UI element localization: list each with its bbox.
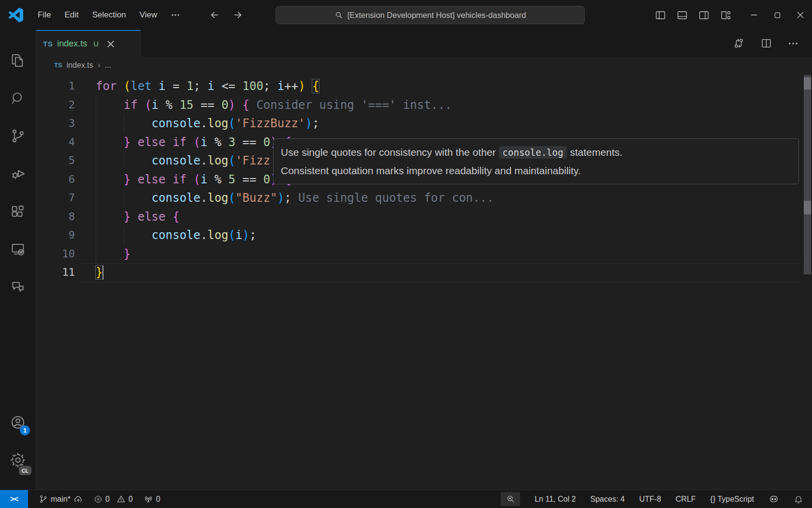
line-number[interactable]: 3 — [36, 114, 75, 133]
toggle-sidebar-icon[interactable] — [654, 9, 667, 21]
cursor-position[interactable]: Ln 11, Col 2 — [535, 495, 576, 504]
line-number[interactable]: 4 — [36, 133, 75, 152]
command-center-search[interactable]: [Extension Development Host] vehicles-da… — [276, 6, 585, 24]
breadcrumb-more[interactable]: ... — [105, 61, 111, 70]
window-close-button[interactable] — [789, 0, 812, 30]
line-number[interactable]: 2 — [36, 96, 75, 115]
ports-item[interactable]: 0 — [144, 494, 160, 504]
copilot-icon[interactable] — [768, 494, 779, 505]
activitybar-explorer[interactable] — [0, 42, 36, 79]
code-editor[interactable]: 1234567891011 for (let i = 1; i <= 100; … — [36, 74, 812, 490]
radio-tower-icon — [144, 494, 153, 504]
nav-forward-icon[interactable] — [232, 10, 243, 20]
overview-ruler-mark — [804, 201, 811, 214]
branch-name: main* — [51, 495, 71, 504]
activitybar-search[interactable] — [0, 79, 36, 117]
activitybar-extensions[interactable] — [0, 193, 36, 230]
run-debug-icon — [10, 165, 26, 182]
typescript-file-icon: TS — [43, 40, 53, 48]
typescript-file-icon: TS — [54, 61, 62, 69]
split-editor-icon[interactable] — [760, 37, 772, 49]
activitybar-accounts[interactable]: 1 — [0, 403, 36, 441]
bracket-match: { — [312, 79, 319, 93]
nav-back-icon[interactable] — [209, 10, 220, 20]
activitybar-run-debug[interactable] — [0, 155, 36, 193]
activity-bar: 1 CL — [0, 30, 36, 490]
line-number[interactable]: 11 — [36, 263, 75, 282]
status-bar: >< main* 0 0 0 Ln 11, Col 2 Spaces: 4 UT… — [0, 490, 812, 508]
title-bar: File Edit Selection View [Extension Deve… — [0, 0, 812, 30]
language-mode[interactable]: {} TypeScript — [710, 495, 754, 504]
open-changes-icon[interactable] — [733, 37, 745, 49]
zoom-in-icon — [506, 494, 515, 504]
git-branch-item[interactable]: main* — [39, 494, 83, 504]
hover-line-2: Consistent quotation marks improve reada… — [281, 162, 791, 179]
remote-indicator[interactable]: >< — [0, 490, 28, 508]
warnings-icon — [116, 494, 126, 504]
bracket-match: } — [96, 266, 102, 279]
code-line[interactable]: if (i % 15 == 0) { Consider using '===' … — [96, 96, 494, 115]
activitybar-comments[interactable] — [0, 268, 36, 306]
activitybar-source-control[interactable] — [0, 117, 36, 155]
comments-icon — [10, 279, 26, 295]
text-cursor — [102, 266, 103, 280]
breadcrumb[interactable]: TS index.ts › ... — [36, 57, 812, 74]
accounts-badge: 1 — [20, 425, 30, 435]
line-number[interactable]: 6 — [36, 170, 75, 189]
encoding[interactable]: UTF-8 — [639, 495, 661, 504]
line-number[interactable]: 9 — [36, 226, 75, 245]
code-line[interactable]: } — [96, 245, 494, 264]
search-icon — [334, 11, 343, 19]
activitybar-settings[interactable]: CL — [0, 441, 36, 479]
hover-tooltip: Use single quotes for consistency with t… — [273, 138, 799, 184]
hover-line-1: Use single quotes for consistency with t… — [281, 143, 791, 162]
files-icon — [10, 52, 26, 69]
more-actions-icon[interactable] — [788, 38, 798, 49]
menu-file[interactable]: File — [31, 0, 58, 30]
menu-overflow-icon[interactable] — [164, 0, 187, 30]
eol-sequence[interactable]: CRLF — [676, 495, 696, 504]
errors-icon — [94, 495, 102, 504]
toggle-secondary-sidebar-icon[interactable] — [698, 9, 710, 21]
code-line[interactable]: console.log(i); — [96, 226, 494, 245]
menu-edit[interactable]: Edit — [58, 0, 85, 30]
activitybar-remote-explorer[interactable] — [0, 230, 36, 268]
customize-layout-icon[interactable] — [720, 9, 732, 21]
code-line[interactable]: for (let i = 1; i <= 100; i++) { — [96, 77, 494, 96]
menu-view[interactable]: View — [133, 0, 164, 30]
line-number[interactable]: 10 — [36, 245, 75, 264]
line-number[interactable]: 8 — [36, 208, 75, 226]
window-minimize-button[interactable] — [742, 0, 766, 30]
tab-close-icon[interactable] — [107, 40, 115, 48]
toggle-panel-icon[interactable] — [676, 9, 688, 21]
extensions-icon — [10, 203, 26, 220]
error-count: 0 — [105, 495, 110, 504]
ports-count: 0 — [156, 495, 160, 504]
code-line[interactable]: console.log('FizzBuzz'); — [96, 114, 494, 133]
line-number[interactable]: 7 — [36, 189, 75, 208]
scrollbar[interactable] — [804, 75, 811, 274]
vscode-logo-icon — [9, 8, 23, 22]
warning-count: 0 — [129, 495, 133, 504]
indentation[interactable]: Spaces: 4 — [590, 495, 624, 504]
window-maximize-button[interactable] — [766, 0, 789, 30]
line-number[interactable]: 1 — [36, 77, 75, 96]
menu-selection[interactable]: Selection — [86, 0, 133, 30]
code-line[interactable]: } else { — [96, 208, 494, 226]
tab-git-status: U — [93, 40, 99, 48]
zoom-status-button[interactable] — [501, 492, 520, 506]
overview-ruler-mark — [804, 77, 811, 90]
remote-explorer-icon — [10, 241, 26, 257]
inline-code: console.log — [499, 146, 567, 159]
notifications-bell-icon[interactable] — [794, 494, 803, 504]
code-line[interactable]: } — [96, 263, 494, 282]
line-number[interactable]: 5 — [36, 151, 75, 170]
breadcrumb-file[interactable]: index.ts — [67, 61, 93, 70]
tab-label: index.ts — [57, 39, 87, 49]
code-line[interactable]: console.log("Buzz"); Use single quotes f… — [96, 189, 494, 208]
source-control-icon — [10, 128, 26, 144]
publish-cloud-icon — [73, 494, 83, 504]
tab-index-ts[interactable]: TS index.ts U — [36, 30, 141, 57]
problems-item[interactable]: 0 0 — [94, 494, 133, 504]
tab-bar: TS index.ts U — [36, 30, 812, 57]
